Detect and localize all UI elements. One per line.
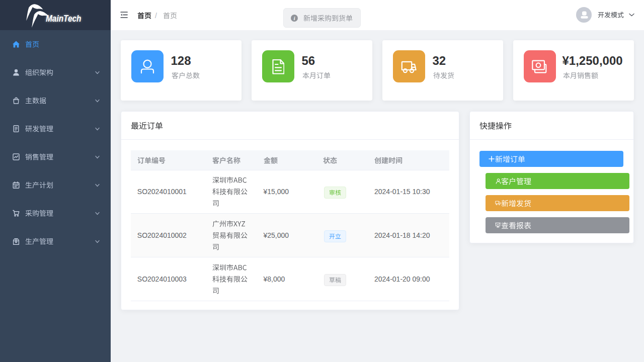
- svg-text:i: i: [294, 15, 295, 21]
